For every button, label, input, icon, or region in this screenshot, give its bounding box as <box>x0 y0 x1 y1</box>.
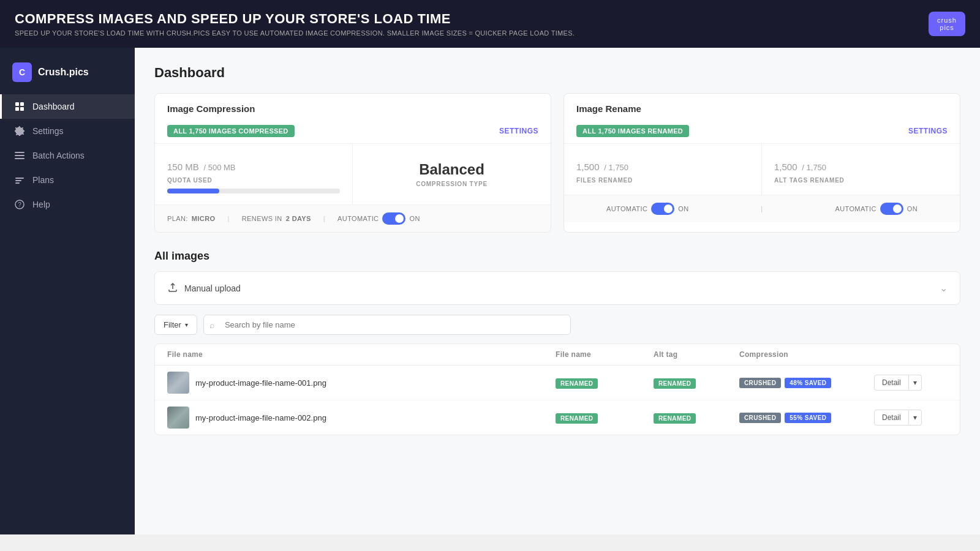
rename-stats: 1,500 / 1,750 FILES RENAMED 1,500 / 1,75… <box>564 143 960 195</box>
compression-cell-1: CRUSHED 48% SAVED <box>739 378 874 388</box>
sidebar: C Crush.pics Dashboard Settings <box>0 48 135 534</box>
alt-tags-label: ALT TAGS RENAMED <box>774 177 948 184</box>
sidebar-item-settings[interactable]: Settings <box>0 119 135 143</box>
search-icon: ⌕ <box>209 320 214 330</box>
svg-rect-3 <box>20 107 24 111</box>
sidebar-label-dashboard: Dashboard <box>32 102 75 111</box>
rename-auto1-label: AUTOMATIC <box>606 205 647 212</box>
renamed-badge-2: RENAMED <box>556 413 598 424</box>
detail-cell-2: Detail ▾ <box>874 410 948 425</box>
alt-tag-cell-1: RENAMED <box>654 377 739 388</box>
files-renamed-stat: 1,500 / 1,750 FILES RENAMED <box>564 144 762 195</box>
crushed-badge-1: CRUSHED <box>739 378 781 388</box>
quota-bar-fill <box>167 189 219 193</box>
table-row: my-product-image-file-name-002.png RENAM… <box>155 400 960 435</box>
compression-panel-header: Image Compression <box>155 94 551 119</box>
manual-upload-row[interactable]: Manual upload ⌄ <box>154 271 960 305</box>
alt-tags-total: / 1,750 <box>802 163 826 172</box>
thumbnail-2 <box>167 407 189 429</box>
file-name-badge-1: RENAMED <box>556 377 654 388</box>
quota-stat: 150 MB / 500 MB QUOTA USED <box>155 144 353 204</box>
rename-automatic1[interactable]: AUTOMATIC ON <box>606 203 689 215</box>
files-renamed-value: 1,500 / 1,750 <box>576 155 749 174</box>
renamed-badge-1: RENAMED <box>556 378 598 389</box>
compression-footer: PLAN: MICRO | RENEWS IN 2 DAYS | AUTOMAT… <box>155 204 551 232</box>
plan-info: PLAN: MICRO <box>167 215 215 222</box>
col-alt-tag: Alt tag <box>654 350 739 359</box>
sidebar-label-settings: Settings <box>32 126 64 136</box>
logo: crush pics <box>929 12 965 36</box>
compression-stats: 150 MB / 500 MB QUOTA USED Balanced COMP… <box>155 143 551 204</box>
filter-label: Filter <box>164 320 181 329</box>
automatic-toggle[interactable]: AUTOMATIC ON <box>337 212 420 225</box>
svg-rect-2 <box>15 107 19 111</box>
rename-toggle2-label: ON <box>907 205 918 212</box>
svg-text:?: ? <box>18 201 21 208</box>
col-compression: Compression <box>739 350 874 359</box>
alt-renamed-badge-1: RENAMED <box>654 378 696 389</box>
col-action <box>874 350 948 359</box>
plans-icon <box>14 174 25 186</box>
search-wrap: ⌕ <box>203 315 571 335</box>
banner-title: COMPRESS IMAGES AND SPEED UP YOUR STORE'… <box>15 11 575 27</box>
search-input[interactable] <box>203 315 571 335</box>
rename-settings-link[interactable]: SETTINGS <box>908 127 948 135</box>
logo-line2: pics <box>937 24 957 31</box>
compression-type-stat: Balanced COMPRESSION TYPE <box>353 144 551 204</box>
col-file-name-status: File name <box>556 350 654 359</box>
alt-renamed-badge-2: RENAMED <box>654 413 696 424</box>
saved-badge-1: 48% SAVED <box>785 378 831 388</box>
toggle-on[interactable] <box>382 212 405 225</box>
detail-button-1[interactable]: Detail <box>874 375 909 391</box>
sidebar-item-dashboard[interactable]: Dashboard <box>0 94 135 119</box>
image-compression-panel: Image Compression ALL 1,750 IMAGES COMPR… <box>154 93 551 233</box>
quota-value: 150 MB / 500 MB <box>167 155 340 174</box>
saved-badge-2: 55% SAVED <box>785 413 831 423</box>
file-name-cell-2: my-product-image-file-name-002.png <box>167 407 556 429</box>
detail-dropdown-1[interactable]: ▾ <box>909 375 922 391</box>
file-name-cell-1: my-product-image-file-name-001.png <box>167 372 556 394</box>
manual-upload-label: Manual upload <box>184 283 241 293</box>
all-images-title: All images <box>154 250 960 263</box>
page-title: Dashboard <box>154 65 960 81</box>
alt-tags-stat: 1,500 / 1,750 ALT TAGS RENAMED <box>762 144 960 195</box>
rename-toggle1-label: ON <box>678 205 688 212</box>
logo-line1: crush <box>937 17 957 24</box>
panels-row: Image Compression ALL 1,750 IMAGES COMPR… <box>154 93 960 233</box>
compression-badge: ALL 1,750 IMAGES COMPRESSED <box>167 125 295 137</box>
compression-cell-2: CRUSHED 55% SAVED <box>739 413 874 423</box>
quota-total: / 500 MB <box>203 163 235 172</box>
chevron-down-icon: ⌄ <box>940 282 948 294</box>
rename-badge: ALL 1,750 IMAGES RENAMED <box>576 125 689 137</box>
filter-button[interactable]: Filter ▾ <box>154 315 197 335</box>
renews-info: RENEWS IN 2 DAYS <box>242 215 311 222</box>
alt-tag-cell-2: RENAMED <box>654 412 739 423</box>
svg-rect-9 <box>15 180 21 181</box>
sidebar-item-plans[interactable]: Plans <box>0 168 135 192</box>
batch-actions-icon <box>14 150 25 161</box>
quota-label: QUOTA USED <box>167 177 340 184</box>
rename-panel-header: Image Rename <box>564 94 960 119</box>
filter-search-row: Filter ▾ ⌕ <box>154 315 960 335</box>
sidebar-label-batch-actions: Batch Actions <box>32 151 85 160</box>
sidebar-item-batch-actions[interactable]: Batch Actions <box>0 143 135 168</box>
sidebar-label-help: Help <box>32 200 50 209</box>
sidebar-brand-icon: C <box>12 62 32 82</box>
compression-settings-link[interactable]: SETTINGS <box>499 127 538 135</box>
images-table: File name File name Alt tag Compression … <box>154 343 960 435</box>
sidebar-item-help[interactable]: ? Help <box>0 192 135 217</box>
quota-bar <box>167 184 340 193</box>
rename-badge-row: ALL 1,750 IMAGES RENAMED SETTINGS <box>564 119 960 143</box>
toggle-on-label: ON <box>409 215 420 222</box>
svg-rect-7 <box>15 158 24 159</box>
detail-dropdown-2[interactable]: ▾ <box>909 410 922 425</box>
file-name-2: my-product-image-file-name-002.png <box>195 413 326 422</box>
banner-text: COMPRESS IMAGES AND SPEED UP YOUR STORE'… <box>15 11 575 37</box>
dashboard-icon <box>14 101 25 112</box>
compression-type-value: Balanced <box>419 161 484 178</box>
rename-toggle2[interactable] <box>880 203 903 215</box>
rename-automatic2[interactable]: AUTOMATIC ON <box>835 203 918 215</box>
rename-toggle1[interactable] <box>651 203 674 215</box>
detail-cell-1: Detail ▾ <box>874 375 948 391</box>
detail-button-2[interactable]: Detail <box>874 410 909 425</box>
